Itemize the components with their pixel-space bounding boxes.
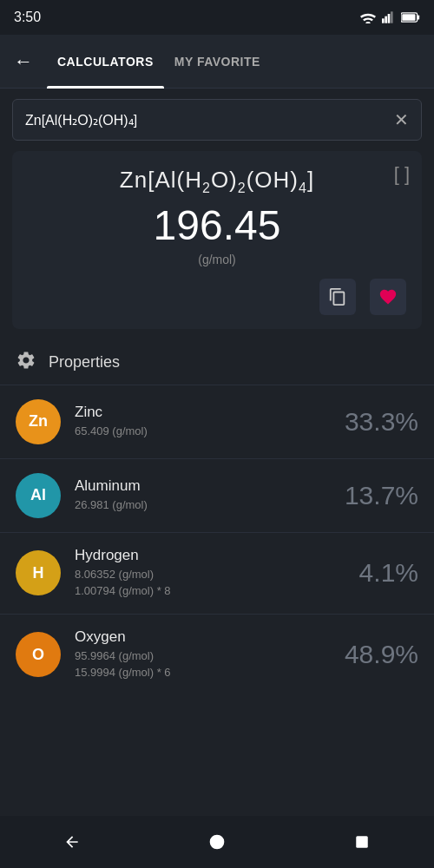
favorite-button[interactable] [370,279,406,315]
tab-my-favorite[interactable]: MY FAVORITE [164,35,271,89]
nav-back-button[interactable] [50,820,94,864]
zinc-info: Zinc 65.409 (g/mol) [75,404,318,440]
wifi-icon [359,11,377,23]
clear-icon[interactable]: ✕ [394,109,409,130]
svg-rect-6 [402,14,415,21]
oxygen-badge: O [16,632,61,677]
hydrogen-molar: 8.06352 (g/mol) [75,566,318,583]
svg-rect-2 [388,14,391,23]
element-row-hydrogen: H Hydrogen 8.06352 (g/mol) 1.00794 (g/mo… [0,532,434,614]
hydrogen-name: Hydrogen [75,547,318,564]
aluminum-info: Aluminum 26.981 (g/mol) [75,477,318,514]
nav-home-icon [208,833,226,851]
element-row-zinc: Zn Zinc 65.409 (g/mol) 33.3% [0,385,434,458]
properties-section: Properties Zn Zinc 65.409 (g/mol) 33.3% … [0,338,434,695]
battery-icon [401,12,420,23]
result-card: [ ] Zn[Al(H2O)2(OH)4] 196.45 (g/mol) [12,151,422,329]
hydrogen-percent: 4.1% [332,558,418,588]
search-input[interactable] [25,112,394,128]
zinc-molar: 65.409 (g/mol) [75,423,318,440]
status-bar: 3:50 [0,0,434,35]
signal-icon [382,11,396,23]
formula-display: Zn[Al(H2O)2(OH)4] [28,167,406,196]
nav-recent-button[interactable] [340,820,384,864]
element-row-aluminum: Al Aluminum 26.981 (g/mol) 13.7% [0,458,434,532]
aluminum-molar: 26.981 (g/mol) [75,496,318,514]
unit-label: (g/mol) [28,253,406,266]
bracket-icon[interactable]: [ ] [394,163,410,186]
oxygen-info: Oxygen 95.9964 (g/mol) 15.9994 (g/mol) *… [75,628,318,681]
gear-icon [16,350,36,376]
status-icons [359,11,420,23]
aluminum-percent: 13.7% [332,481,418,510]
properties-header: Properties [0,338,434,385]
status-time: 3:50 [14,10,41,25]
svg-rect-1 [385,16,387,23]
svg-rect-0 [382,18,385,23]
hydrogen-info: Hydrogen 8.06352 (g/mol) 1.00794 (g/mol)… [75,547,318,600]
settings-gear-icon [16,350,36,371]
oxygen-percent: 48.9% [332,640,418,669]
hydrogen-badge: H [16,550,61,595]
hydrogen-extra: 1.00794 (g/mol) * 8 [75,582,318,600]
back-button[interactable]: ← [14,50,33,73]
oxygen-extra: 15.9994 (g/mol) * 6 [75,664,318,681]
nav-back-icon [63,833,81,851]
oxygen-name: Oxygen [75,628,318,646]
action-row [28,279,406,315]
tab-bar: CALCULATORS MY FAVORITE [47,35,420,89]
svg-point-7 [210,835,225,850]
bottom-nav [0,816,434,868]
zinc-percent: 33.3% [332,407,418,437]
zinc-name: Zinc [75,404,318,421]
molar-mass-value: 196.45 [28,203,406,249]
aluminum-badge: Al [16,473,61,518]
tab-calculators[interactable]: CALCULATORS [47,35,164,89]
nav-recent-icon [354,834,370,850]
element-row-oxygen: O Oxygen 95.9964 (g/mol) 15.9994 (g/mol)… [0,614,434,695]
svg-rect-3 [391,11,393,23]
svg-rect-8 [356,836,368,848]
oxygen-molar: 95.9964 (g/mol) [75,648,318,665]
search-bar[interactable]: ✕ [12,99,422,141]
top-nav: ← CALCULATORS MY FAVORITE [0,35,434,89]
copy-icon [328,287,347,306]
aluminum-name: Aluminum [75,477,318,495]
nav-home-button[interactable] [195,820,239,864]
zinc-badge: Zn [16,399,61,444]
properties-title: Properties [49,353,120,372]
copy-button[interactable] [319,279,356,315]
heart-icon [378,287,398,306]
svg-rect-5 [418,15,419,19]
